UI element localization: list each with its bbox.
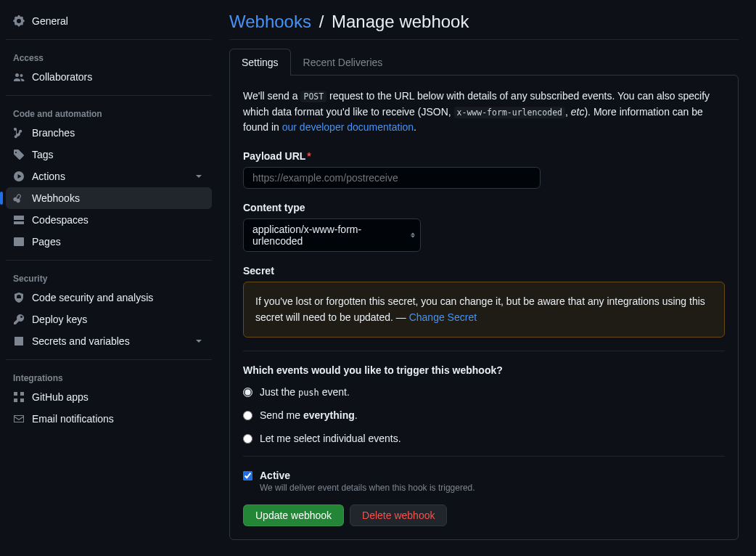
sidebar-item-code-security[interactable]: Code security and analysis xyxy=(6,287,212,308)
sidebar-item-label: GitHub apps xyxy=(32,391,205,403)
chevron-down-icon xyxy=(193,335,205,347)
sidebar-item-label: Codespaces xyxy=(32,214,205,226)
tab-settings[interactable]: Settings xyxy=(229,49,291,75)
sidebar-item-label: Webhooks xyxy=(32,192,205,204)
sidebar-item-actions[interactable]: Actions xyxy=(6,165,212,187)
section-heading-code: Code and automation xyxy=(6,103,212,122)
event-radio-individual[interactable] xyxy=(243,434,252,443)
sidebar-item-label: Code security and analysis xyxy=(32,292,205,303)
section-heading-integrations: Integrations xyxy=(6,367,212,386)
key-icon xyxy=(13,314,25,325)
sidebar-item-deploy-keys[interactable]: Deploy keys xyxy=(6,308,212,330)
sidebar-item-webhooks[interactable]: Webhooks xyxy=(6,187,212,209)
sidebar-item-label: General xyxy=(32,15,205,27)
active-checkbox[interactable] xyxy=(243,471,252,481)
people-icon xyxy=(13,71,25,83)
sidebar-item-email-notifications[interactable]: Email notifications xyxy=(6,408,212,430)
events-heading: Which events would you like to trigger t… xyxy=(243,364,725,376)
sidebar-item-tags[interactable]: Tags xyxy=(6,144,212,165)
apps-icon xyxy=(13,391,25,403)
tab-recent-deliveries[interactable]: Recent Deliveries xyxy=(291,49,395,75)
play-icon xyxy=(13,171,25,182)
sidebar-item-pages[interactable]: Pages xyxy=(6,231,212,253)
page-title: Webhooks / Manage webhook xyxy=(229,12,739,40)
event-radio-push[interactable] xyxy=(243,388,252,397)
section-heading-security: Security xyxy=(6,268,212,287)
sidebar-item-label: Pages xyxy=(32,236,205,248)
settings-panel: We'll send a POST request to the URL bel… xyxy=(229,75,739,540)
update-webhook-button[interactable]: Update webhook xyxy=(243,504,344,526)
sidebar-item-label: Email notifications xyxy=(32,413,205,425)
breadcrumb-sep: / xyxy=(319,12,324,31)
sidebar-item-label: Actions xyxy=(32,171,193,182)
codespaces-icon xyxy=(13,214,25,226)
active-description: We will deliver event details when this … xyxy=(260,483,475,493)
tag-icon xyxy=(13,149,25,160)
payload-url-input[interactable] xyxy=(243,167,541,189)
tab-nav: Settings Recent Deliveries xyxy=(229,49,739,75)
gear-icon xyxy=(13,15,25,27)
page-title-text: Manage webhook xyxy=(332,12,469,31)
sidebar-item-label: Secrets and variables xyxy=(32,335,193,347)
content-type-select[interactable]: application/x-www-form-urlencoded xyxy=(243,218,421,252)
event-radio-everything[interactable] xyxy=(243,411,252,420)
breadcrumb-link[interactable]: Webhooks xyxy=(229,12,311,31)
key-asterisk-icon xyxy=(13,335,25,347)
sidebar-item-general[interactable]: General xyxy=(6,10,212,32)
shield-icon xyxy=(13,292,25,303)
main-content: Webhooks / Manage webhook Settings Recen… xyxy=(218,0,756,556)
sidebar-item-label: Collaborators xyxy=(32,71,205,83)
sidebar-item-label: Deploy keys xyxy=(32,314,205,325)
secret-notice: If you've lost or forgotten this secret,… xyxy=(243,282,725,338)
event-option-everything[interactable]: Send me everything. xyxy=(243,409,725,421)
sidebar-item-github-apps[interactable]: GitHub apps xyxy=(6,386,212,408)
settings-sidebar: General Access Collaborators Code and au… xyxy=(0,0,218,556)
content-type-label: Content type xyxy=(243,202,725,213)
sidebar-item-collaborators[interactable]: Collaborators xyxy=(6,66,212,88)
sidebar-item-label: Tags xyxy=(32,149,205,160)
sidebar-item-secrets[interactable]: Secrets and variables xyxy=(6,330,212,352)
branch-icon xyxy=(13,127,25,139)
payload-url-label: Payload URL* xyxy=(243,150,725,162)
event-option-individual[interactable]: Let me select individual events. xyxy=(243,433,725,444)
browser-icon xyxy=(13,236,25,248)
active-label: Active xyxy=(260,470,475,481)
webhook-icon xyxy=(13,192,25,204)
chevron-down-icon xyxy=(193,171,205,182)
event-option-push[interactable]: Just the push event. xyxy=(243,386,725,398)
docs-link[interactable]: our developer documentation xyxy=(282,121,414,133)
sidebar-item-codespaces[interactable]: Codespaces xyxy=(6,209,212,231)
change-secret-link[interactable]: Change Secret xyxy=(409,311,477,323)
sidebar-item-branches[interactable]: Branches xyxy=(6,122,212,144)
sidebar-item-label: Branches xyxy=(32,127,205,139)
intro-text: We'll send a POST request to the URL bel… xyxy=(243,89,725,136)
mail-icon xyxy=(13,413,25,425)
delete-webhook-button[interactable]: Delete webhook xyxy=(350,504,447,526)
secret-label: Secret xyxy=(243,265,725,277)
section-heading-access: Access xyxy=(6,47,212,66)
